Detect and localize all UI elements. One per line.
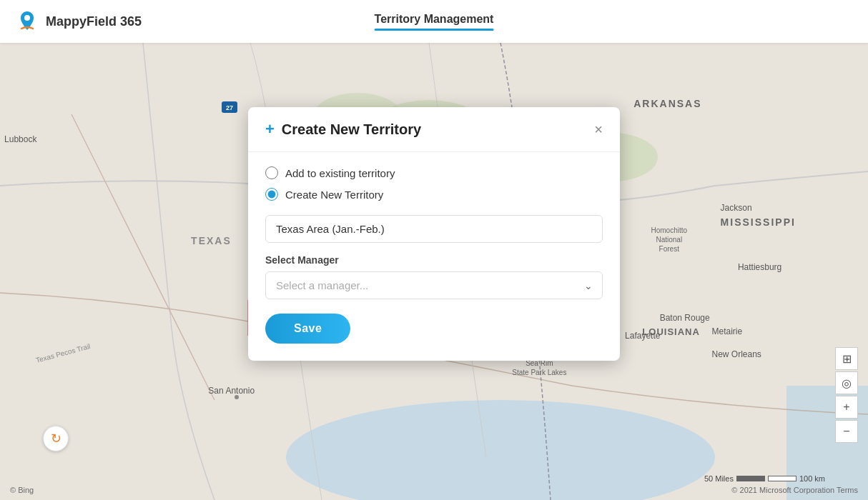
- modal-header: + Create New Territory ×: [248, 107, 620, 152]
- svg-point-1: [24, 15, 30, 21]
- modal-title: Create New Territory: [282, 121, 587, 138]
- modal-close-button[interactable]: ×: [594, 122, 603, 136]
- modal-backdrop: + Create New Territory × Add to existing…: [0, 43, 868, 500]
- radio-group: Add to existing territory Create New Ter…: [265, 166, 603, 201]
- territory-name-input[interactable]: [265, 215, 603, 243]
- select-manager-label: Select Manager: [265, 254, 603, 266]
- radio-option-add-existing[interactable]: Add to existing territory: [265, 166, 603, 179]
- radio-option-create-new[interactable]: Create New Territory: [265, 188, 603, 201]
- save-button[interactable]: Save: [265, 314, 350, 344]
- manager-select[interactable]: Select a manager...: [265, 271, 603, 299]
- manager-select-wrapper: Select a manager... ⌄: [265, 271, 603, 299]
- create-territory-modal: + Create New Territory × Add to existing…: [248, 107, 620, 361]
- modal-body: Add to existing territory Create New Ter…: [248, 152, 620, 361]
- radio-create-new-label: Create New Territory: [285, 189, 383, 201]
- logo-icon: [14, 9, 40, 34]
- radio-add-existing[interactable]: [265, 166, 278, 179]
- logo-text: MappyField 365: [46, 14, 142, 29]
- logo-area: MappyField 365: [14, 9, 142, 34]
- header-nav: Territory Management: [375, 13, 494, 31]
- modal-plus-icon: +: [265, 120, 275, 139]
- radio-add-existing-label: Add to existing territory: [285, 167, 395, 179]
- app-header: MappyField 365 Territory Management: [0, 0, 868, 43]
- radio-create-new[interactable]: [265, 188, 278, 201]
- nav-title: Territory Management: [375, 13, 494, 29]
- nav-underline: [375, 29, 494, 31]
